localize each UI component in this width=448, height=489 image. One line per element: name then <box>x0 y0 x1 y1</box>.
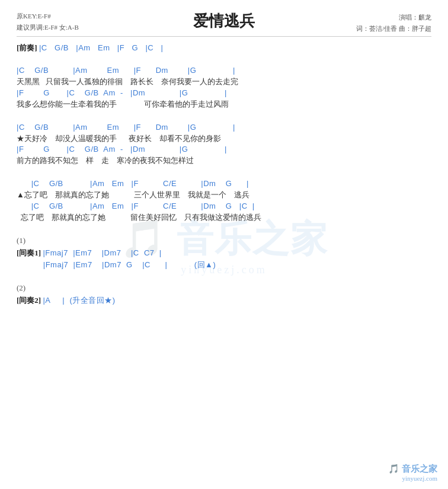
verse1-lyric-line1: 天黑黑 只留我一人孤独的徘徊 路长长 奈何我要一人的去走完 <box>17 76 431 88</box>
intro-label: [前奏] <box>17 43 37 52</box>
footer-logo-text: 音乐之家 <box>402 464 437 474</box>
verse1-lyric-line2: 我多么想你能一生牵着我的手 可你牵着他的手走过风雨 <box>17 98 431 110</box>
interlude2-line1: [间奏2] |A | (升全音回★) <box>17 295 431 306</box>
footer-logo: 🎵 音乐之家 <box>388 464 437 475</box>
intro-chords: |C G/B |Am Em |F G |C | <box>39 43 163 52</box>
interlude2-section: [间奏2] |A | (升全音回★) <box>17 295 431 306</box>
suggested-key: 建议男调:E-F# 女:A-B <box>17 22 79 33</box>
interlude2-chords1: |A | (升全音回★) <box>43 296 115 305</box>
header: 原KEY:E-F# 建议男调:E-F# 女:A-B 爱情逃兵 演唱：麒龙 词：荟… <box>17 11 431 31</box>
verse2-lyric-line1: ★天好冷 却没人温暖我的手 夜好长 却看不见你的身影 <box>17 133 431 145</box>
interlude1-section: [间奏1] |Fmaj7 |Em7 |Dm7 |C C7 | |Fmaj7 |E… <box>17 248 431 270</box>
chorus-lyric-line1: ▲忘了吧 那就真的忘了她 三个人世界里 我就是一个 逃兵 <box>17 189 431 201</box>
header-divider <box>17 36 431 37</box>
interlude1-label: [间奏1] <box>17 248 41 257</box>
credits: 词：荟洁/佳香 曲：胖子超 <box>356 23 431 34</box>
footer-note-icon: 🎵 <box>388 464 399 474</box>
verse1-section: |C G/B |Am Em |F Dm |G | 天黑黑 只留我一人孤独的徘徊 … <box>17 65 431 110</box>
gap4 <box>17 229 431 235</box>
chorus-section: |C G/B |Am Em |F C/E |Dm G | ▲忘了吧 那就真的忘了… <box>17 178 431 223</box>
verse2-lyric-line2: 前方的路我不知怎 样 走 寒冷的夜我不知怎样过 <box>17 155 431 167</box>
interlude2-label: [间奏2] <box>17 296 41 305</box>
intro-section: [前奏] |C G/B |Am Em |F G |C | <box>17 43 431 53</box>
interlude1-chords1: |Fmaj7 |Em7 |Dm7 |C C7 | <box>43 248 161 257</box>
footer-url: yinyuezj.com <box>388 475 437 482</box>
page: 🎵 音乐之家 yinyuezj.com 原KEY:E-F# 建议男调:E-F# … <box>0 0 448 489</box>
verse1-chord-line2: |F G |C G/B Am - |Dm |G | <box>17 88 431 98</box>
interlude1-line1: [间奏1] |Fmaj7 |Em7 |Dm7 |C C7 | <box>17 248 431 258</box>
gap5 <box>17 276 431 282</box>
gap1 <box>17 59 431 65</box>
chorus-chord-line2: |C G/B |Am Em |F C/E |Dm G |C | <box>17 201 431 212</box>
main-content: 原KEY:E-F# 建议男调:E-F# 女:A-B 爱情逃兵 演唱：麒龙 词：荟… <box>17 11 431 306</box>
verse2-chord-line1: |C G/B |Am Em |F Dm |G | <box>17 122 431 133</box>
original-key: 原KEY:E-F# <box>17 11 79 22</box>
meta-right: 演唱：麒龙 词：荟洁/佳香 曲：胖子超 <box>356 12 431 34</box>
interlude1-chords2: |Fmaj7 |Em7 |Dm7 G |C | (回▲) <box>17 260 431 270</box>
gap3 <box>17 172 431 178</box>
chorus-lyric-line2: 忘了吧 那就真的忘了她 留住美好回忆 只有我做这爱情的逃兵 <box>17 212 431 223</box>
verse2-chord-line2: |F G |C G/B Am - |Dm |G | <box>17 144 431 155</box>
gap2 <box>17 116 431 122</box>
singer: 演唱：麒龙 <box>356 12 431 23</box>
footer-watermark: 🎵 音乐之家 yinyuezj.com <box>388 464 437 482</box>
intro-line: [前奏] |C G/B |Am Em |F G |C | <box>17 43 431 53</box>
verse2-section: |C G/B |Am Em |F Dm |G | ★天好冷 却没人温暖我的手 夜… <box>17 122 431 167</box>
chorus-chord-line1: |C G/B |Am Em |F C/E |Dm G | <box>17 178 431 189</box>
meta-left: 原KEY:E-F# 建议男调:E-F# 女:A-B <box>17 11 79 33</box>
verse1-chord-line1: |C G/B |Am Em |F Dm |G | <box>17 65 431 76</box>
interlude2-number: (2) <box>17 282 431 294</box>
interlude1-number: (1) <box>17 235 431 247</box>
